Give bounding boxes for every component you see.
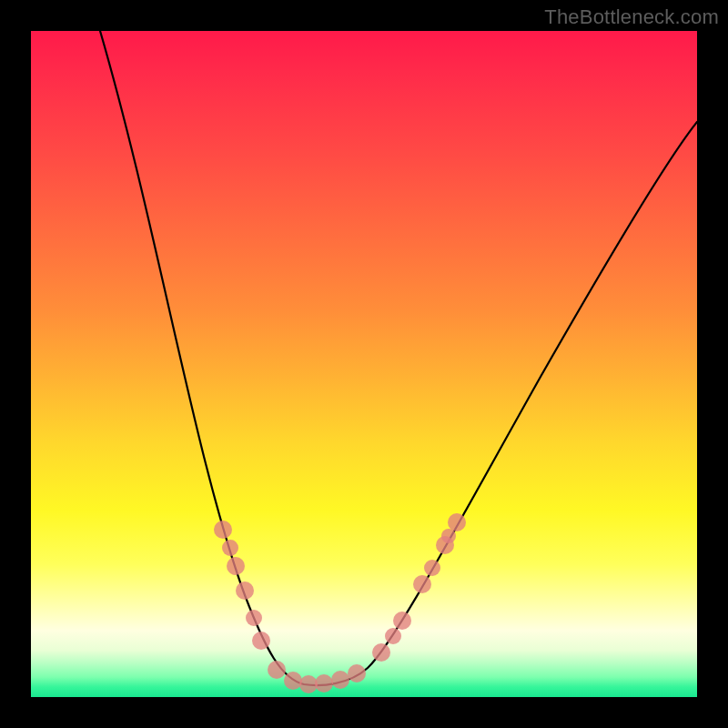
curve-marker xyxy=(252,632,270,650)
curve-marker xyxy=(393,612,411,630)
curve-marker xyxy=(372,643,390,662)
curve-marker xyxy=(315,674,333,693)
plot-area xyxy=(31,31,697,697)
marker-layer xyxy=(214,513,466,693)
curve-marker xyxy=(268,661,286,679)
outer-frame: TheBottleneck.com xyxy=(0,0,728,728)
curve-marker xyxy=(227,557,245,575)
bottleneck-curve xyxy=(100,31,697,685)
curve-marker xyxy=(424,560,440,576)
curve-marker xyxy=(214,521,232,539)
curve-marker xyxy=(413,575,431,593)
curve-marker xyxy=(331,671,349,689)
curve-marker xyxy=(236,581,254,600)
curve-marker xyxy=(246,610,262,626)
curve-marker xyxy=(348,664,366,682)
curve-marker xyxy=(222,540,238,556)
curve-svg xyxy=(31,31,697,697)
watermark-text: TheBottleneck.com xyxy=(544,5,719,29)
curve-marker xyxy=(284,672,302,690)
curve-marker xyxy=(385,628,401,644)
curve-marker xyxy=(299,675,318,693)
curve-marker xyxy=(448,513,466,531)
